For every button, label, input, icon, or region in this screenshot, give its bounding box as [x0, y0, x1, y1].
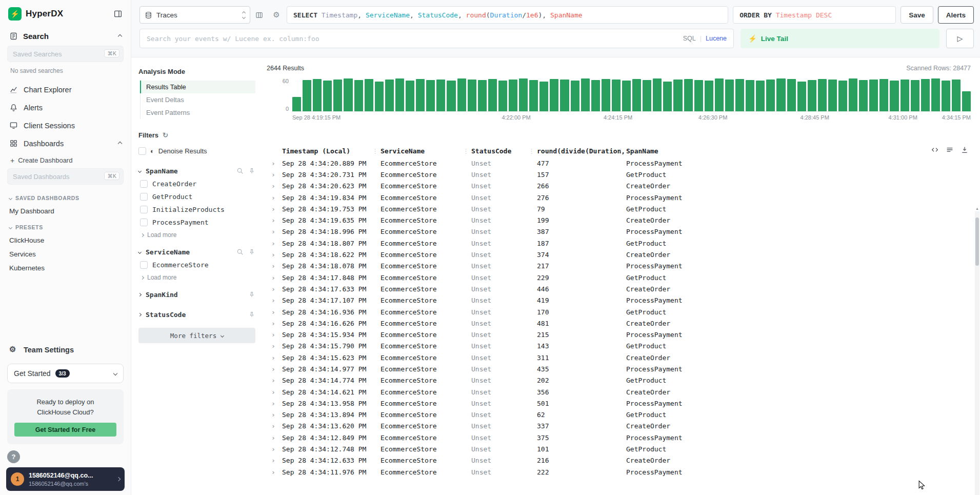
histogram-bar[interactable]	[354, 80, 363, 111]
chevron-up-icon[interactable]	[118, 141, 122, 145]
row-expand-chevron-icon[interactable]: ›	[267, 240, 282, 247]
sidebar-item-team-settings[interactable]: ⚙ Team Settings	[6, 341, 125, 359]
scrollbar-thumb[interactable]	[975, 217, 979, 266]
histogram-bar[interactable]	[498, 81, 507, 111]
histogram-bar[interactable]	[643, 80, 651, 111]
histogram-bar[interactable]	[457, 78, 466, 111]
checkbox[interactable]	[140, 206, 148, 213]
table-row[interactable]: ›Sep 28 4:34:20.623 PMEcommerceStoreUnse…	[267, 181, 971, 192]
table-row[interactable]: ›Sep 28 4:34:20.889 PMEcommerceStoreUnse…	[267, 157, 971, 169]
row-expand-chevron-icon[interactable]: ›	[267, 171, 282, 179]
table-row[interactable]: ›Sep 28 4:34:12.748 PMEcommerceStoreUnse…	[267, 443, 971, 454]
histogram-bar[interactable]	[901, 80, 909, 111]
collapse-sidebar-icon[interactable]	[113, 9, 123, 18]
row-expand-chevron-icon[interactable]: ›	[267, 262, 282, 270]
row-expand-chevron-icon[interactable]: ›	[267, 377, 282, 384]
filter-option-processpayment[interactable]: ProcessPayment	[138, 216, 255, 229]
histogram-bar[interactable]	[715, 78, 724, 111]
get-started-free-button[interactable]: Get Started for Free	[14, 423, 116, 437]
row-expand-chevron-icon[interactable]: ›	[267, 160, 282, 167]
sidebar-item-services[interactable]: Services	[6, 247, 125, 261]
histogram-bar[interactable]	[539, 82, 548, 112]
histogram-bar[interactable]	[488, 79, 497, 111]
histogram-bar[interactable]	[375, 82, 384, 112]
columns-config-icon[interactable]	[255, 9, 266, 21]
table-row[interactable]: ›Sep 28 4:34:19.635 PMEcommerceStoreUnse…	[267, 214, 971, 226]
table-row[interactable]: ›Sep 28 4:34:14.977 PMEcommerceStoreUnse…	[267, 363, 971, 374]
table-row[interactable]: ›Sep 28 4:34:14.621 PMEcommerceStoreUnse…	[267, 386, 971, 398]
histogram-bar[interactable]	[436, 80, 445, 111]
histogram-bar[interactable]	[612, 80, 621, 111]
language-lucene[interactable]: Lucene	[706, 35, 727, 42]
row-expand-chevron-icon[interactable]: ›	[267, 331, 282, 339]
vertical-scrollbar[interactable]	[975, 211, 979, 495]
histogram-bar[interactable]	[529, 80, 538, 111]
histogram-bar[interactable]	[694, 80, 703, 111]
filter-group-header[interactable]: SpanName	[138, 164, 255, 177]
pin-icon[interactable]	[248, 311, 255, 318]
column-header-4[interactable]: round(divide(Duration,⋮	[537, 147, 626, 155]
histogram-bar[interactable]	[571, 81, 579, 111]
histogram-bar[interactable]	[952, 80, 961, 111]
table-row[interactable]: ›Sep 28 4:34:18.078 PMEcommerceStoreUnse…	[267, 261, 971, 272]
histogram-bar[interactable]	[818, 79, 827, 111]
live-tail-button[interactable]: ⚡ Live Tail	[741, 29, 939, 48]
row-density-icon[interactable]	[946, 146, 954, 154]
row-expand-chevron-icon[interactable]: ›	[267, 320, 282, 327]
histogram-bar[interactable]	[776, 78, 785, 111]
search-icon[interactable]	[236, 248, 244, 255]
row-expand-chevron-icon[interactable]: ›	[267, 285, 282, 293]
sidebar-item-my-dashboard[interactable]: My Dashboard	[6, 204, 125, 218]
row-expand-chevron-icon[interactable]: ›	[267, 411, 282, 419]
download-icon[interactable]	[961, 146, 969, 154]
table-row[interactable]: ›Sep 28 4:34:18.807 PMEcommerceStoreUnse…	[267, 237, 971, 249]
language-sql[interactable]: SQL	[683, 35, 696, 42]
row-expand-chevron-icon[interactable]: ›	[267, 182, 282, 190]
table-row[interactable]: ›Sep 28 4:34:19.753 PMEcommerceStoreUnse…	[267, 203, 971, 214]
histogram-bar[interactable]	[632, 79, 641, 111]
table-row[interactable]: ›Sep 28 4:34:13.958 PMEcommerceStoreUnse…	[267, 398, 971, 409]
alerts-button[interactable]: Alerts	[938, 6, 974, 24]
code-view-icon[interactable]	[931, 146, 939, 154]
row-expand-chevron-icon[interactable]: ›	[267, 445, 282, 453]
histogram-bar[interactable]	[426, 80, 435, 111]
histogram-bar[interactable]	[911, 80, 919, 111]
chevron-up-icon[interactable]	[118, 34, 122, 38]
histogram-bar[interactable]	[673, 80, 682, 111]
analysis-mode-event-patterns[interactable]: Event Patterns	[140, 106, 255, 119]
table-row[interactable]: ›Sep 28 4:34:16.936 PMEcommerceStoreUnse…	[267, 306, 971, 318]
save-button[interactable]: Save	[901, 6, 933, 24]
histogram-bar[interactable]	[797, 82, 806, 112]
histogram-bar[interactable]	[653, 78, 662, 111]
row-expand-chevron-icon[interactable]: ›	[267, 365, 282, 373]
filter-group-header[interactable]: SpanKind	[138, 288, 255, 301]
table-row[interactable]: ›Sep 28 4:34:15.934 PMEcommerceStoreUnse…	[267, 329, 971, 340]
row-expand-chevron-icon[interactable]: ›	[267, 194, 282, 202]
analysis-mode-results-table[interactable]: Results Table	[140, 81, 255, 93]
sidebar-item-alerts[interactable]: Alerts	[6, 98, 125, 116]
run-query-button[interactable]: ▷	[946, 29, 974, 48]
sidebar-item-dashboards[interactable]: Dashboards	[6, 134, 125, 152]
histogram-bar[interactable]	[725, 80, 734, 111]
help-button[interactable]: ?	[7, 450, 20, 463]
row-expand-chevron-icon[interactable]: ›	[267, 434, 282, 442]
row-expand-chevron-icon[interactable]: ›	[267, 457, 282, 464]
table-row[interactable]: ›Sep 28 4:34:12.849 PMEcommerceStoreUnse…	[267, 432, 971, 443]
table-row[interactable]: ›Sep 28 4:34:13.894 PMEcommerceStoreUnse…	[267, 409, 971, 421]
histogram-bar[interactable]	[849, 78, 857, 111]
create-dashboard-button[interactable]: + Create Dashboard	[6, 152, 125, 168]
pin-icon[interactable]	[248, 291, 255, 298]
histogram-bar[interactable]	[735, 79, 744, 111]
histogram-bar[interactable]	[468, 80, 476, 111]
histogram-bar[interactable]	[746, 80, 754, 111]
histogram-bar[interactable]	[787, 79, 796, 111]
filter-option-ecommercestore[interactable]: EcommerceStore	[138, 259, 255, 271]
histogram-bar[interactable]	[663, 82, 672, 112]
row-expand-chevron-icon[interactable]: ›	[267, 468, 282, 476]
histogram-bar[interactable]	[962, 91, 971, 111]
histogram-bar[interactable]	[766, 80, 775, 111]
column-header-1[interactable]: Timestamp (Local)⋮	[282, 147, 381, 155]
saved-dashboards-header[interactable]: SAVED DASHBOARDS	[6, 189, 125, 204]
histogram-bar[interactable]	[890, 81, 898, 111]
histogram-bar[interactable]	[560, 80, 569, 111]
